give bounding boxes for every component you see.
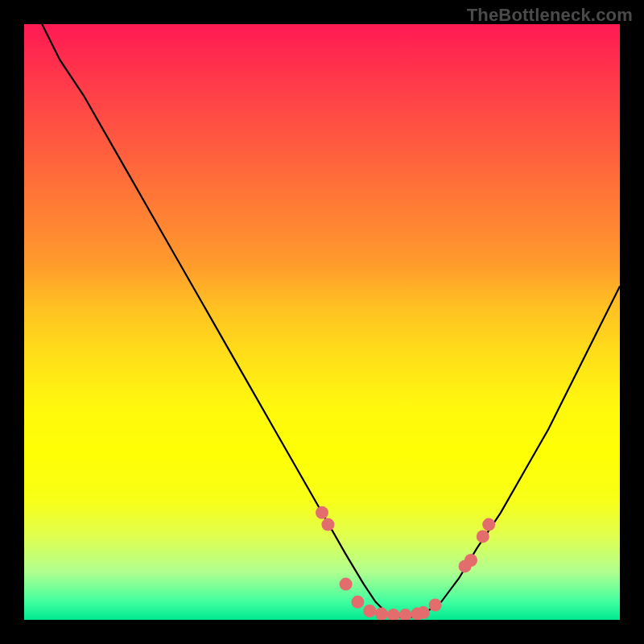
highlighted-points — [316, 506, 495, 620]
marker-point — [399, 609, 412, 620]
marker-point — [363, 605, 376, 617]
marker-point — [429, 599, 442, 612]
marker-point — [411, 608, 423, 620]
marker-point — [316, 506, 328, 519]
plot-area — [24, 24, 620, 620]
marker-point — [375, 608, 388, 620]
bottleneck-curve — [42, 24, 620, 617]
watermark-text: TheBottleneck.com — [467, 5, 633, 26]
marker-point — [321, 518, 334, 531]
marker-point — [351, 596, 364, 609]
chart-overlay — [24, 24, 620, 620]
marker-point — [387, 609, 400, 620]
marker-point — [417, 606, 430, 619]
marker-point — [482, 518, 495, 531]
marker-point — [477, 530, 489, 543]
chart-container: TheBottleneck.com — [0, 0, 644, 644]
marker-point — [340, 578, 353, 591]
marker-point — [464, 554, 477, 567]
marker-point — [459, 559, 472, 572]
